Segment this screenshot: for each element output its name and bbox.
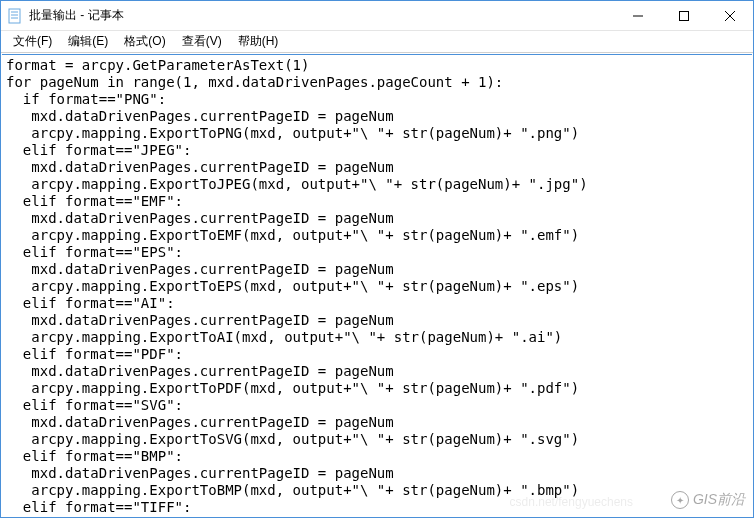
menubar: 文件(F) 编辑(E) 格式(O) 查看(V) 帮助(H) (1, 31, 753, 53)
window-title: 批量输出 - 记事本 (29, 7, 615, 24)
svg-rect-5 (680, 12, 689, 21)
menu-view[interactable]: 查看(V) (174, 31, 230, 52)
watermark-faint: csdn.net/fengyuechens (510, 495, 633, 509)
minimize-button[interactable] (615, 1, 661, 31)
menu-format[interactable]: 格式(O) (116, 31, 173, 52)
editor-container: format = arcpy.GetParameterAsText(1) for… (2, 54, 752, 516)
watermark-text: GIS前沿 (693, 491, 745, 509)
watermark: ✦ GIS前沿 (671, 491, 745, 509)
window-controls (615, 1, 753, 30)
wechat-icon: ✦ (671, 491, 689, 509)
maximize-button[interactable] (661, 1, 707, 31)
menu-help[interactable]: 帮助(H) (230, 31, 287, 52)
notepad-icon (7, 8, 23, 24)
menu-file[interactable]: 文件(F) (5, 31, 60, 52)
close-button[interactable] (707, 1, 753, 31)
text-editor[interactable]: format = arcpy.GetParameterAsText(1) for… (2, 55, 752, 516)
svg-rect-0 (9, 9, 20, 23)
titlebar: 批量输出 - 记事本 (1, 1, 753, 31)
menu-edit[interactable]: 编辑(E) (60, 31, 116, 52)
